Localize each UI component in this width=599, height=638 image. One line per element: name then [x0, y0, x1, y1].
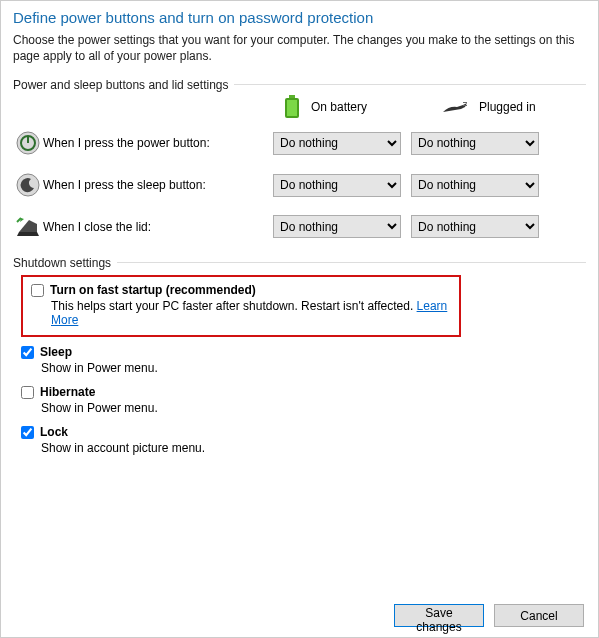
power-button-plugged-select[interactable]: Do nothing	[411, 132, 539, 155]
lid-battery-select[interactable]: Do nothing	[273, 215, 401, 238]
lid-label: When I close the lid:	[43, 220, 273, 234]
power-sleep-lid-section: Power and sleep buttons and lid settings…	[13, 78, 586, 238]
laptop-lid-icon	[13, 216, 43, 238]
plug-icon	[441, 98, 469, 116]
lock-checkbox[interactable]	[21, 426, 34, 439]
page-subtitle: Choose the power settings that you want …	[13, 32, 586, 64]
fast-startup-label: Turn on fast startup (recommended)	[50, 283, 256, 297]
fast-startup-highlight: Turn on fast startup (recommended) This …	[21, 275, 461, 337]
save-changes-button[interactable]: Save changes	[394, 604, 484, 627]
fast-startup-desc: This helps start your PC faster after sh…	[51, 299, 451, 327]
section2-legend: Shutdown settings	[13, 256, 117, 270]
sleep-button-label: When I press the sleep button:	[43, 178, 273, 192]
lid-plugged-select[interactable]: Do nothing	[411, 215, 539, 238]
hibernate-desc: Show in Power menu.	[41, 401, 586, 415]
sleep-checkbox[interactable]	[21, 346, 34, 359]
sleep-desc: Show in Power menu.	[41, 361, 586, 375]
lock-label: Lock	[40, 425, 68, 439]
sleep-icon	[13, 173, 43, 197]
power-button-battery-select[interactable]: Do nothing	[273, 132, 401, 155]
svg-rect-2	[287, 100, 297, 116]
sleep-item: Sleep Show in Power menu.	[21, 345, 586, 375]
hibernate-checkbox[interactable]	[21, 386, 34, 399]
plugged-in-header: Plugged in	[479, 100, 536, 114]
power-icon	[13, 131, 43, 155]
column-headers: On battery Plugged in	[13, 95, 586, 119]
sleep-button-plugged-select[interactable]: Do nothing	[411, 174, 539, 197]
power-options-panel: Define power buttons and turn on passwor…	[0, 0, 599, 638]
lid-row: When I close the lid: Do nothing Do noth…	[13, 215, 586, 238]
cancel-button[interactable]: Cancel	[494, 604, 584, 627]
power-button-label: When I press the power button:	[43, 136, 273, 150]
power-button-row: When I press the power button: Do nothin…	[13, 131, 586, 155]
lock-item: Lock Show in account picture menu.	[21, 425, 586, 455]
hibernate-label: Hibernate	[40, 385, 95, 399]
svg-rect-4	[463, 105, 467, 106]
footer-buttons: Save changes Cancel	[394, 604, 584, 627]
svg-rect-3	[463, 102, 467, 103]
shutdown-settings-section: Shutdown settings Turn on fast startup (…	[13, 256, 586, 455]
hibernate-item: Hibernate Show in Power menu.	[21, 385, 586, 415]
section1-legend: Power and sleep buttons and lid settings	[13, 78, 234, 92]
on-battery-header: On battery	[311, 100, 367, 114]
page-title: Define power buttons and turn on passwor…	[13, 9, 586, 26]
battery-icon	[283, 95, 301, 119]
svg-rect-0	[289, 95, 295, 98]
lock-desc: Show in account picture menu.	[41, 441, 586, 455]
sleep-label: Sleep	[40, 345, 72, 359]
sleep-button-row: When I press the sleep button: Do nothin…	[13, 173, 586, 197]
fast-startup-checkbox[interactable]	[31, 284, 44, 297]
sleep-button-battery-select[interactable]: Do nothing	[273, 174, 401, 197]
